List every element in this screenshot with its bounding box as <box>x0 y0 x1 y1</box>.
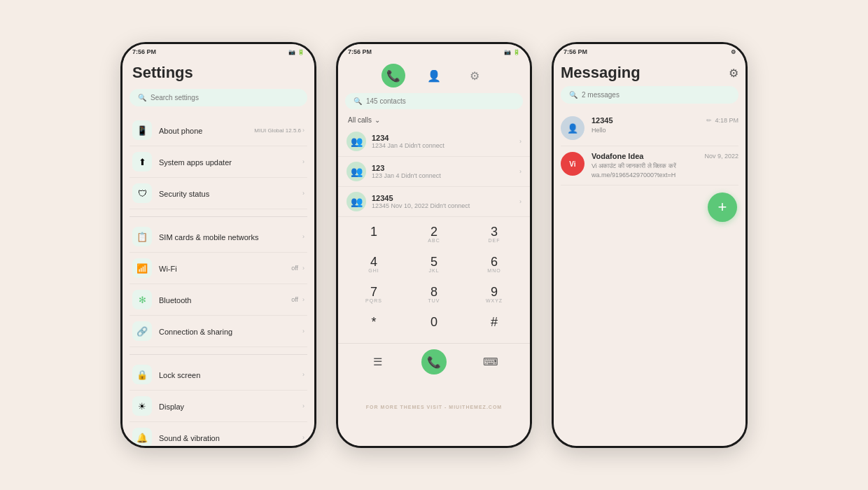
status-time-1: 7:56 PM <box>132 48 156 55</box>
divider-1 <box>130 216 307 217</box>
settings-item-about-phone[interactable]: 📱 About phone MIUI Global 12.5.6 › <box>130 115 307 146</box>
divider-2 <box>130 354 307 355</box>
msg-name-12345: 12345 <box>592 116 613 125</box>
chevron-icon: › <box>302 402 304 410</box>
security-label: Security status <box>159 190 209 198</box>
gear-icon-3: ⚙ <box>731 49 736 55</box>
dialer-tab-settings[interactable]: ⚙ <box>463 64 486 88</box>
compose-fab[interactable]: + <box>708 192 737 222</box>
msg-time-12345: 4:18 PM <box>715 117 738 124</box>
dial-key-5[interactable]: 5JKL <box>405 251 463 279</box>
dial-key-9[interactable]: 9WXYZ <box>465 281 523 309</box>
display-icon: ☀ <box>132 396 152 416</box>
status-bar-2: 7:56 PM 📷 🔋 <box>338 44 530 58</box>
dial-key-4[interactable]: 4GHI <box>345 251 402 279</box>
settings-group-3: 🔒 Lock screen › ☀ Display › <box>130 359 307 446</box>
dial-key-hash[interactable]: # <box>465 312 523 339</box>
nav-btn-dialpad[interactable]: ⌨ <box>478 349 503 374</box>
dialer-tab-contacts[interactable]: 👤 <box>422 64 446 88</box>
dialer-content: 📞 👤 ⚙ 🔍 145 contacts All calls ⌄ 👥 1234 … <box>338 58 530 446</box>
msg-name-vodafone: Vodafone Idea <box>592 152 643 160</box>
chevron-icon: › <box>302 127 304 134</box>
call-detail-1: 1234 Jan 4 Didn't connect <box>372 142 519 149</box>
settings-title: Settings <box>132 64 304 82</box>
call-item-12345[interactable]: 👥 12345 12345 Nov 10, 2022 Didn't connec… <box>338 187 530 217</box>
dial-key-7[interactable]: 7PQRS <box>345 281 402 309</box>
dial-key-3[interactable]: 3DEF <box>465 221 523 248</box>
dial-key-star[interactable]: * <box>345 312 402 339</box>
search-icon-dialer: 🔍 <box>354 97 362 105</box>
nav-btn-menu[interactable]: ☰ <box>365 349 390 374</box>
messaging-settings-icon[interactable]: ⚙ <box>729 66 738 80</box>
call-name-2: 123 <box>372 164 519 172</box>
settings-content: Settings 🔍 Search settings 📱 About phone… <box>122 58 314 446</box>
settings-search-bar[interactable]: 🔍 Search settings <box>130 89 307 106</box>
msg-item-12345[interactable]: 👤 12345 ✏ 4:18 PM Hello <box>561 111 738 146</box>
dialpad: 1 2ABC 3DEF 4GHI 5JKL 6MNO 7PQRS 8TUV 9W… <box>338 217 530 343</box>
sound-icon: 🔔 <box>132 428 152 446</box>
messaging-search-placeholder: 2 messages <box>582 91 620 99</box>
phone-dialer: 7:56 PM 📷 🔋 📞 👤 ⚙ 🔍 145 contacts All cal… <box>336 42 532 448</box>
settings-item-lock[interactable]: 🔒 Lock screen › <box>130 359 307 391</box>
filter-arrow: ⌄ <box>374 116 380 124</box>
chevron-icon: › <box>302 265 304 272</box>
security-icon: 🛡 <box>132 183 152 203</box>
settings-item-bluetooth[interactable]: ✻ Bluetooth off › <box>130 284 307 316</box>
about-phone-icon: 📱 <box>132 120 152 140</box>
chevron-icon: › <box>302 296 304 303</box>
call-item-123[interactable]: 👥 123 123 Jan 4 Didn't connect › <box>338 157 530 187</box>
messaging-content: Messaging ⚙ 🔍 2 messages 👤 12345 ✏ 4:18 … <box>554 58 746 446</box>
msg-preview-vodafone: Vi अकाउंट की जानकारी ले क्लिक करें wa.me… <box>592 162 738 179</box>
dialer-search-bar[interactable]: 🔍 145 contacts <box>345 93 523 109</box>
chevron-icon: › <box>302 158 304 165</box>
dialer-search-placeholder: 145 contacts <box>366 97 406 105</box>
settings-item-sim[interactable]: 📋 SIM cards & mobile networks › <box>130 221 307 253</box>
system-apps-label: System apps updater <box>159 158 232 167</box>
wifi-icon: 📶 <box>132 258 152 278</box>
status-bar-1: 7:56 PM 📷 🔋 <box>122 44 314 58</box>
settings-item-security[interactable]: 🛡 Security status › <box>130 178 307 209</box>
dial-key-8[interactable]: 8TUV <box>405 281 463 309</box>
status-icons-1: 📷 🔋 <box>288 49 304 55</box>
search-icon-msg: 🔍 <box>569 91 578 99</box>
settings-item-connection[interactable]: 🔗 Connection & sharing › <box>130 316 307 347</box>
settings-group-2: 📋 SIM cards & mobile networks › 📶 Wi-Fi … <box>130 221 307 347</box>
messaging-search-bar[interactable]: 🔍 2 messages <box>561 86 738 104</box>
calls-filter-label: All calls <box>348 116 372 124</box>
dial-key-1[interactable]: 1 <box>345 221 402 248</box>
fab-container: + <box>561 186 738 226</box>
dialer-tab-phone[interactable]: 📞 <box>382 64 405 88</box>
lock-icon: 🔒 <box>132 365 152 384</box>
msg-avatar-12345: 👤 <box>561 116 584 140</box>
status-time-2: 7:56 PM <box>348 48 372 55</box>
settings-item-wifi[interactable]: 📶 Wi-Fi off › <box>130 253 307 284</box>
bluetooth-icon: ✻ <box>132 290 152 309</box>
settings-item-sound[interactable]: 🔔 Sound & vibration › <box>130 422 307 446</box>
phone-messaging: 7:56 PM ⚙ Messaging ⚙ 🔍 2 messages 👤 123… <box>552 42 748 448</box>
connection-icon: 🔗 <box>132 321 152 341</box>
bluetooth-label: Bluetooth <box>159 296 191 304</box>
call-chevron-1: › <box>519 138 522 145</box>
call-chevron-3: › <box>519 198 522 205</box>
settings-item-display[interactable]: ☀ Display › <box>130 391 307 422</box>
about-phone-label: About phone <box>159 127 202 135</box>
dial-key-6[interactable]: 6MNO <box>465 251 523 279</box>
dial-key-2[interactable]: 2ABC <box>405 221 463 248</box>
call-item-1234[interactable]: 👥 1234 1234 Jan 4 Didn't connect › <box>338 127 530 157</box>
search-placeholder: Search settings <box>150 94 199 102</box>
msg-avatar-vodafone: Vi <box>561 152 584 176</box>
msg-time-vodafone: Nov 9, 2022 <box>704 153 738 160</box>
msg-item-vodafone[interactable]: Vi Vodafone Idea Nov 9, 2022 Vi अकाउंट क… <box>561 146 738 186</box>
calls-filter[interactable]: All calls ⌄ <box>338 113 530 127</box>
dial-key-0[interactable]: 0 <box>405 312 463 339</box>
call-avatar-3: 👥 <box>346 192 366 211</box>
messaging-header: Messaging ⚙ <box>561 58 738 86</box>
camera-icon-2: 📷 <box>504 49 511 55</box>
nav-btn-call[interactable]: 📞 <box>421 349 447 374</box>
status-bar-3: 7:56 PM ⚙ <box>554 44 746 58</box>
call-name-3: 12345 <box>372 194 519 202</box>
chevron-icon: › <box>302 328 304 335</box>
settings-item-system-apps[interactable]: ⬆ System apps updater › <box>130 146 307 178</box>
sim-label: SIM cards & mobile networks <box>159 233 258 241</box>
sound-label: Sound & vibration <box>159 434 220 442</box>
